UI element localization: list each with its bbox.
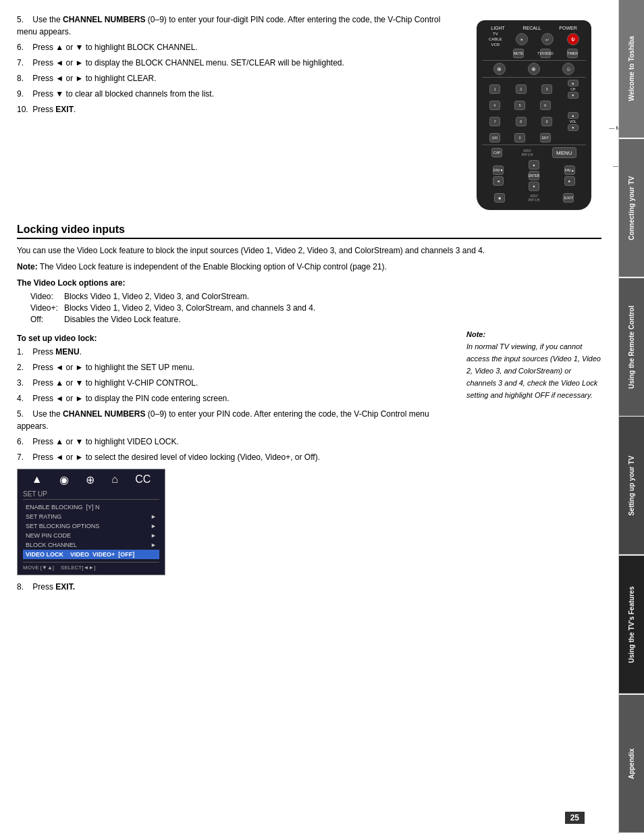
tv-label: TV	[493, 32, 498, 36]
note-box: Note: In normal TV viewing, if you canno…	[466, 328, 601, 405]
ch-down-btn[interactable]: ▼	[568, 92, 579, 99]
btn-4[interactable]: 4	[489, 101, 500, 110]
nav-row: FAV▼ ◄ ▲ ENTER ▼ FAV▲ ►	[482, 160, 586, 191]
setup-step-5: 5. Use the CHANNEL NUMBERS (0–9) to ente…	[17, 408, 453, 432]
divider2	[482, 77, 586, 78]
top-section: 5. Use the CHANNEL NUMBERS (0–9) to ente…	[17, 14, 601, 210]
btn-7[interactable]: 7	[489, 117, 500, 126]
instructions-bottom: To set up video lock: 1. Press MENU. 2. …	[17, 328, 453, 596]
bottom-row: ◉ ADV/PIP CH EXIT	[482, 193, 586, 203]
power-btn[interactable]: ⏻	[567, 33, 579, 45]
vcr-label: VCR	[491, 43, 500, 47]
bottom-section: To set up video lock: 1. Press MENU. 2. …	[17, 328, 601, 596]
note-label: Note:	[17, 262, 38, 271]
sidebar-item-connecting[interactable]: Connecting your TV	[619, 139, 644, 277]
setup-step-2: 2. Press ◄ or ► to highlight the SET UP …	[17, 361, 453, 373]
note-box-content: Note: In normal TV viewing, if you canno…	[466, 328, 601, 401]
remote-control: LIGHT RECALL POWER TV CABLE VCR ☀ ↩ ⏻	[477, 20, 591, 210]
vcr-btn[interactable]: ⊕	[493, 63, 506, 75]
num-row-3: 7 8 9 ▲ VOL ▼	[482, 112, 586, 131]
nav-up-btn[interactable]: ▲	[529, 160, 539, 170]
left-btn[interactable]: ◄	[493, 176, 504, 186]
opt-video: Video: Blocks Video 1, Video 2, Video 3,…	[30, 292, 601, 301]
note-box-title: Note:	[466, 330, 485, 338]
fav-right-btn[interactable]: FAV▲	[564, 165, 575, 175]
btn-ent[interactable]: ENT	[540, 133, 551, 142]
ch-up-btn[interactable]: ▲	[568, 80, 579, 86]
setup-step-1: 1. Press MENU.	[17, 346, 453, 358]
sidebar-item-setup[interactable]: Setting up your TV	[619, 417, 644, 554]
fav-up-btn[interactable]: FAV▼	[493, 165, 504, 175]
options-title: The Video Lock options are:	[17, 278, 601, 288]
sidebar-item-welcome[interactable]: Welcome to Toshiba	[619, 0, 644, 138]
instructions-top: 5. Use the CHANNEL NUMBERS (0–9) to ente…	[17, 14, 453, 210]
extra-btn[interactable]: ☺	[562, 63, 574, 75]
btn-6[interactable]: 6	[540, 101, 551, 110]
recall-btn[interactable]: ↩	[541, 33, 554, 45]
remote-wrapper: LIGHT RECALL POWER TV CABLE VCR ☀ ↩ ⏻	[466, 20, 601, 210]
setup-label: SET UP	[23, 490, 159, 500]
btn-1[interactable]: 1	[489, 84, 500, 94]
menu-screenshot: ▲ ◉ ⊕ ⌂ CC SET UP ENABLE BLOCKING [Y] N …	[17, 469, 165, 575]
enter-btn[interactable]: ENTER	[529, 171, 539, 180]
sidebar: Welcome to Toshiba Connecting your TV Us…	[618, 0, 644, 834]
btn-3[interactable]: 3	[541, 84, 552, 94]
setup-steps-list: 1. Press MENU. 2. Press ◄ or ► to highli…	[17, 346, 453, 463]
divider3	[482, 145, 586, 145]
cap-btn[interactable]: CAP	[491, 148, 502, 157]
nav-enter-cluster: ▲ ENTER ▼	[529, 160, 539, 191]
icon-sound: ◉	[59, 473, 69, 486]
btn-2[interactable]: 2	[516, 84, 527, 94]
sidebar-item-remote[interactable]: Using the Remote Control	[619, 278, 644, 416]
menu-row-block-ch: BLOCK CHANNEL►	[23, 540, 159, 550]
setup-step-7: 7. Press ◄ or ► to select the desired le…	[17, 451, 453, 463]
vol-down-btn[interactable]: ▼	[568, 124, 579, 131]
main-content: 5. Use the CHANNEL NUMBERS (0–9) to ente…	[0, 0, 618, 834]
tv-video-btn[interactable]: TV/VIDEO	[540, 49, 551, 58]
timer-btn[interactable]: TIMER	[567, 49, 578, 58]
instruction-item-9: 9. Press ▼ to clear all blocked channels…	[17, 88, 453, 100]
menu-bottom-bar: MOVE [▼▲] SELECT[◄►]	[23, 562, 159, 571]
exit-btn[interactable]: EXIT	[563, 193, 574, 203]
instruction-item-10: 10. Press EXIT.	[17, 103, 453, 115]
remote-top-row: TV CABLE VCR ☀ ↩ ⏻	[482, 32, 586, 47]
btn-100[interactable]: 100	[489, 133, 500, 142]
bottom-left-btn[interactable]: ◉	[494, 193, 505, 203]
icon-options: ⌂	[111, 473, 118, 486]
instruction-item-7: 7. Press ◄ or ► to display the BLOCK CHA…	[17, 57, 453, 69]
section-note: Note: The Video Lock feature is independ…	[17, 261, 601, 273]
nav-down-btn[interactable]: ▼	[529, 182, 539, 191]
num-row-1: 1 2 3 ▲ CH ▼	[482, 80, 586, 99]
opt-val-videoplus: Blocks Video 1, Video 2, Video 3, ColorS…	[64, 303, 315, 313]
btn-9[interactable]: 9	[541, 117, 552, 126]
instruction-item-8: 8. Press ◄ or ► to highlight CLEAR.	[17, 72, 453, 84]
light-btn[interactable]: ☀	[516, 33, 528, 45]
btn-8[interactable]: 8	[516, 117, 527, 126]
mute-btn[interactable]: MUTE	[513, 49, 524, 58]
tv-cable-vcr: TV CABLE VCR	[489, 32, 502, 47]
num-row-2: 4 5 6	[482, 101, 586, 110]
btn-0[interactable]: 0	[514, 133, 525, 142]
vol-up-btn[interactable]: ▲	[568, 112, 579, 119]
opt-key-video: Video:	[30, 292, 64, 301]
number-pad: 1 2 3 ▲ CH ▼ 4 5 6	[482, 80, 586, 142]
right-btn[interactable]: ►	[564, 176, 575, 186]
menu-icons-row: ▲ ◉ ⊕ ⌂ CC	[23, 473, 159, 486]
video-options: Video: Blocks Video 1, Video 2, Video 3,…	[30, 292, 601, 324]
icon-cc: CC	[135, 473, 151, 486]
menu-row-pin: NEW PIN CODE►	[23, 531, 159, 540]
menu-row-rating: SET RATING►	[23, 512, 159, 521]
instruction-list-top: 5. Use the CHANNEL NUMBERS (0–9) to ente…	[17, 14, 453, 115]
note-box-text: In normal TV viewing, if you cannot acce…	[466, 342, 601, 399]
setup-step-8: 8. Press EXIT.	[17, 581, 453, 593]
recall-label: RECALL	[522, 26, 541, 30]
opt-videoplus: Video+: Blocks Video 1, Video 2, Video 3…	[30, 303, 601, 313]
section-title: Locking video inputs	[17, 224, 601, 239]
sidebar-item-appendix[interactable]: Appendix	[619, 695, 644, 833]
fav-right-cluster: FAV▲ ►	[564, 165, 575, 186]
remote-area: LIGHT RECALL POWER TV CABLE VCR ☀ ↩ ⏻	[466, 14, 601, 210]
sidebar-item-features[interactable]: Using the TV's Features	[619, 556, 644, 694]
eq-btn[interactable]: ⊕	[528, 63, 540, 75]
btn-5[interactable]: 5	[514, 101, 525, 110]
menu-btn[interactable]: MENU	[552, 147, 576, 158]
